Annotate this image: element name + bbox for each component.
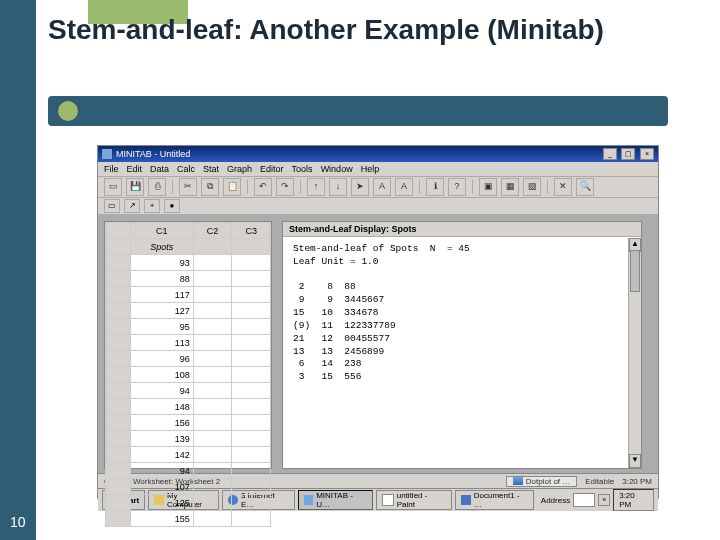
cell-c1[interactable]: 95	[131, 319, 194, 335]
cell-c1[interactable]: 156	[131, 415, 194, 431]
row-header[interactable]	[106, 367, 131, 383]
cell-c2[interactable]	[193, 495, 232, 511]
window-titlebar[interactable]: MINITAB - Untitled _ ▢ ×	[98, 146, 658, 162]
cell-c2[interactable]	[193, 399, 232, 415]
cell-c3[interactable]	[232, 303, 271, 319]
table-row[interactable]: 125	[106, 495, 271, 511]
cell-c2[interactable]	[193, 415, 232, 431]
corner-cell[interactable]	[106, 223, 131, 239]
select-icon[interactable]: ▭	[104, 199, 120, 213]
zoom-icon[interactable]: +	[144, 199, 160, 213]
cell-c2[interactable]	[193, 479, 232, 495]
table-row[interactable]: 148	[106, 399, 271, 415]
cell-c3[interactable]	[232, 447, 271, 463]
row-header[interactable]	[106, 287, 131, 303]
cell-c1[interactable]: 93	[131, 255, 194, 271]
paste-icon[interactable]: 📋	[223, 178, 241, 196]
worksheet-panel[interactable]: C1 C2 C3 Spots 9388117127951139610894148…	[104, 221, 272, 469]
table-row[interactable]: 93	[106, 255, 271, 271]
task-word[interactable]: Document1 - …	[455, 490, 534, 510]
cell-c2[interactable]	[193, 287, 232, 303]
table-row[interactable]: 95	[106, 319, 271, 335]
table-row[interactable]: 155	[106, 511, 271, 527]
cell-c1[interactable]: 127	[131, 303, 194, 319]
cell-c2[interactable]	[193, 367, 232, 383]
graph-window-icon[interactable]: ▧	[523, 178, 541, 196]
table-row[interactable]: 94	[106, 383, 271, 399]
session-output[interactable]: Stem-and-leaf of Spots N = 45 Leaf Unit …	[283, 237, 641, 390]
cell-c1[interactable]: 155	[131, 511, 194, 527]
cell-c3[interactable]	[232, 255, 271, 271]
cell-c3[interactable]	[232, 335, 271, 351]
cell-c2[interactable]	[193, 351, 232, 367]
row-header[interactable]	[106, 479, 131, 495]
session-scrollbar[interactable]: ▲ ▼	[628, 238, 641, 468]
table-row[interactable]: 113	[106, 335, 271, 351]
table-row[interactable]: 127	[106, 303, 271, 319]
cell-c1[interactable]: 88	[131, 271, 194, 287]
cell-c3[interactable]	[232, 399, 271, 415]
cell-c2[interactable]	[193, 431, 232, 447]
cell-c3[interactable]	[232, 383, 271, 399]
table-row[interactable]: 107	[106, 479, 271, 495]
cell-c3[interactable]	[232, 495, 271, 511]
menu-help[interactable]: Help	[361, 164, 380, 174]
menu-graph[interactable]: Graph	[227, 164, 252, 174]
cell-c1[interactable]: 148	[131, 399, 194, 415]
table-row[interactable]: 94	[106, 463, 271, 479]
task-paint[interactable]: untitled - Paint	[376, 490, 452, 510]
cell-c2[interactable]	[193, 511, 232, 527]
arrow-icon[interactable]: ↗	[124, 199, 140, 213]
pointer-icon[interactable]: ➤	[351, 178, 369, 196]
find-icon[interactable]: 🔍	[576, 178, 594, 196]
cell-c2[interactable]	[193, 319, 232, 335]
row-header[interactable]	[106, 431, 131, 447]
row-header[interactable]	[106, 335, 131, 351]
cell-c1[interactable]: 117	[131, 287, 194, 303]
marker-icon[interactable]: ●	[164, 199, 180, 213]
menu-edit[interactable]: Edit	[127, 164, 143, 174]
row-header[interactable]	[106, 351, 131, 367]
cell-c1[interactable]: 142	[131, 447, 194, 463]
cell-c3[interactable]	[232, 367, 271, 383]
menu-calc[interactable]: Calc	[177, 164, 195, 174]
row-header[interactable]	[106, 303, 131, 319]
cell-c1[interactable]: 107	[131, 479, 194, 495]
maximize-button[interactable]: ▢	[621, 148, 635, 160]
col-header-c3[interactable]: C3	[232, 223, 271, 239]
table-row[interactable]: 117	[106, 287, 271, 303]
row-header[interactable]	[106, 399, 131, 415]
cell-c1[interactable]: 94	[131, 383, 194, 399]
name-row-head[interactable]	[106, 239, 131, 255]
cell-c2[interactable]	[193, 447, 232, 463]
cell-c3[interactable]	[232, 319, 271, 335]
row-header[interactable]	[106, 463, 131, 479]
table-row[interactable]: 88	[106, 271, 271, 287]
open-icon[interactable]: ▭	[104, 178, 122, 196]
save-icon[interactable]: 💾	[126, 178, 144, 196]
cell-c3[interactable]	[232, 287, 271, 303]
cell-c1[interactable]: 108	[131, 367, 194, 383]
undo-icon[interactable]: ↶	[254, 178, 272, 196]
row-header[interactable]	[106, 415, 131, 431]
session-window-icon[interactable]: ▣	[479, 178, 497, 196]
cell-c2[interactable]	[193, 255, 232, 271]
row-header[interactable]	[106, 495, 131, 511]
cell-c2[interactable]	[193, 271, 232, 287]
bold-icon[interactable]: A	[373, 178, 391, 196]
scroll-thumb[interactable]	[630, 250, 640, 292]
menu-data[interactable]: Data	[150, 164, 169, 174]
menu-editor[interactable]: Editor	[260, 164, 284, 174]
row-header[interactable]	[106, 319, 131, 335]
col-header-c2[interactable]: C2	[193, 223, 232, 239]
address-input[interactable]	[573, 493, 595, 507]
menu-file[interactable]: File	[104, 164, 119, 174]
row-header[interactable]	[106, 447, 131, 463]
table-row[interactable]: 142	[106, 447, 271, 463]
cell-c2[interactable]	[193, 383, 232, 399]
cancel-icon[interactable]: ✕	[554, 178, 572, 196]
menu-tools[interactable]: Tools	[292, 164, 313, 174]
scroll-down-icon[interactable]: ▼	[629, 454, 641, 468]
row-header[interactable]	[106, 511, 131, 527]
table-row[interactable]: 108	[106, 367, 271, 383]
